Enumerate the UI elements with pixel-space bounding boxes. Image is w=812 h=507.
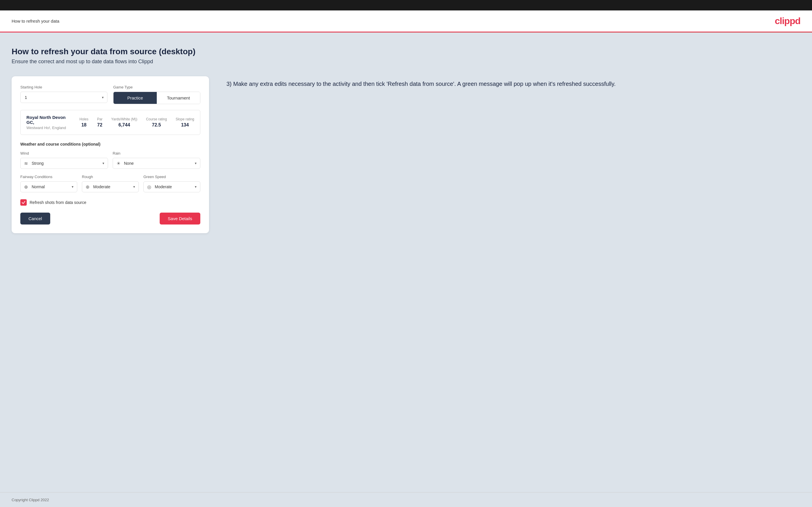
starting-hole-label: Starting Hole	[20, 85, 107, 89]
course-info-box: Royal North Devon GC, Westward Ho!, Engl…	[20, 110, 200, 135]
yards-label: Yards/White (M))	[111, 117, 137, 121]
rough-label: Rough	[82, 175, 139, 179]
green-speed-select-wrapper[interactable]: ◎ Moderate Slow Fast ▾	[143, 181, 200, 192]
top-bar	[0, 0, 812, 10]
cancel-button[interactable]: Cancel	[20, 213, 50, 225]
content-area: Starting Hole 1 10 ▾ Game Type Practice …	[12, 76, 800, 233]
page-subtitle: Ensure the correct and most up to date d…	[12, 59, 800, 65]
conditions-grid-bottom: Fairway Conditions ⊕ Normal Soft Hard ▾	[20, 175, 200, 192]
holes-label: Holes	[80, 117, 89, 121]
course-rating-label: Course rating	[146, 117, 167, 121]
side-description: 3) Make any extra edits necessary to the…	[226, 76, 800, 89]
holes-value: 18	[80, 122, 89, 128]
rain-select-wrapper[interactable]: ☀ None Light Heavy ▾	[113, 158, 200, 169]
rain-select[interactable]: None Light Heavy	[113, 158, 200, 169]
save-button[interactable]: Save Details	[160, 213, 200, 225]
green-speed-label: Green Speed	[143, 175, 200, 179]
yards-stat: Yards/White (M)) 6,744	[111, 117, 137, 128]
wind-select-wrapper[interactable]: ≋ Strong Light None ▾	[20, 158, 108, 169]
starting-hole-select[interactable]: 1 10	[20, 92, 107, 103]
course-rating-stat: Course rating 72.5	[146, 117, 167, 128]
game-type-toggle: Practice Tournament	[113, 92, 200, 104]
par-value: 72	[97, 122, 102, 128]
top-form-row: Starting Hole 1 10 ▾ Game Type Practice …	[20, 85, 200, 104]
holes-stat: Holes 18	[80, 117, 89, 128]
wind-select[interactable]: Strong Light None	[20, 158, 108, 169]
rough-select[interactable]: Moderate Light Heavy	[82, 181, 139, 192]
course-location: Westward Ho!, England	[27, 126, 71, 130]
footer-copyright: Copyright Clippd 2022	[12, 498, 49, 502]
slope-rating-label: Slope rating	[175, 117, 194, 121]
fairway-field: Fairway Conditions ⊕ Normal Soft Hard ▾	[20, 175, 77, 192]
refresh-label: Refresh shots from data source	[30, 200, 86, 205]
yards-value: 6,744	[111, 122, 137, 128]
logo: clippd	[775, 16, 800, 26]
course-name-col: Royal North Devon GC, Westward Ho!, Engl…	[27, 115, 71, 130]
par-label: Par	[97, 117, 102, 121]
slope-rating-value: 134	[175, 122, 194, 128]
course-name: Royal North Devon GC,	[27, 115, 71, 125]
green-speed-field: Green Speed ◎ Moderate Slow Fast ▾	[143, 175, 200, 192]
slope-rating-stat: Slope rating 134	[175, 117, 194, 128]
game-type-col: Game Type Practice Tournament	[113, 85, 200, 104]
breadcrumb: How to refresh your data	[12, 18, 59, 23]
main-content: How to refresh your data from source (de…	[0, 33, 812, 492]
green-speed-select[interactable]: Moderate Slow Fast	[144, 181, 200, 192]
button-row: Cancel Save Details	[20, 213, 200, 225]
conditions-section: Weather and course conditions (optional)…	[20, 142, 200, 192]
starting-hole-col: Starting Hole 1 10 ▾	[20, 85, 107, 104]
practice-button[interactable]: Practice	[113, 92, 157, 104]
form-card: Starting Hole 1 10 ▾ Game Type Practice …	[12, 76, 209, 233]
course-rating-value: 72.5	[146, 122, 167, 128]
rain-field: Rain ☀ None Light Heavy ▾	[113, 151, 200, 169]
fairway-select-wrapper[interactable]: ⊕ Normal Soft Hard ▾	[20, 181, 77, 192]
rain-label: Rain	[113, 151, 200, 156]
starting-hole-select-wrapper[interactable]: 1 10 ▾	[20, 92, 107, 103]
wind-field: Wind ≋ Strong Light None ▾	[20, 151, 108, 169]
rough-field: Rough ⊕ Moderate Light Heavy ▾	[82, 175, 139, 192]
side-description-text: 3) Make any extra edits necessary to the…	[226, 79, 800, 89]
refresh-checkbox-row[interactable]: Refresh shots from data source	[20, 199, 200, 206]
conditions-title: Weather and course conditions (optional)	[20, 142, 200, 147]
footer: Copyright Clippd 2022	[0, 492, 812, 507]
fairway-label: Fairway Conditions	[20, 175, 77, 179]
par-stat: Par 72	[97, 117, 102, 128]
conditions-grid-top: Wind ≋ Strong Light None ▾ Rain	[20, 151, 200, 169]
game-type-label: Game Type	[113, 85, 200, 89]
page-title: How to refresh your data from source (de…	[12, 47, 800, 56]
rough-select-wrapper[interactable]: ⊕ Moderate Light Heavy ▾	[82, 181, 139, 192]
refresh-checkbox[interactable]	[20, 199, 27, 206]
tournament-button[interactable]: Tournament	[157, 92, 200, 104]
wind-label: Wind	[20, 151, 108, 156]
header: How to refresh your data clippd	[0, 10, 812, 32]
fairway-select[interactable]: Normal Soft Hard	[20, 181, 77, 192]
